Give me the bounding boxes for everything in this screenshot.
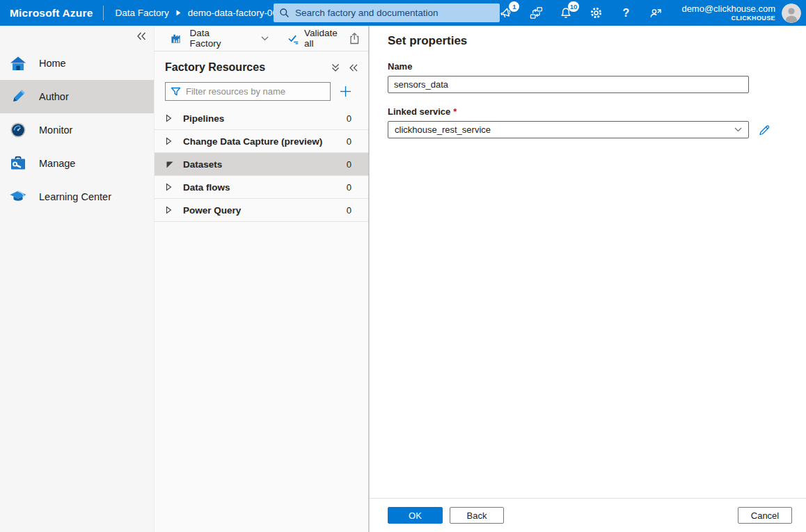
resources-tree: Pipelines 0 Change Data Capture (preview… [155, 107, 368, 222]
cancel-button[interactable]: Cancel [738, 507, 792, 524]
page-title: Set properties [388, 34, 806, 48]
linked-service-value: clickhouse_rest_service [395, 124, 734, 135]
required-asterisk: * [453, 106, 457, 117]
double-chevron-left-icon [136, 32, 146, 40]
dialog-footer: OK Back Cancel [370, 498, 806, 532]
topbar: Microsoft Azure Data Factory demo-data-f… [0, 0, 806, 26]
search-input[interactable] [295, 8, 494, 18]
breadcrumb: Data Factory demo-data-factory-00 [116, 8, 278, 18]
back-button[interactable]: Back [450, 507, 504, 524]
edit-pencil-icon [757, 123, 771, 137]
chevron-collapsed-icon[interactable] [166, 206, 174, 214]
tree-item-change-data-capture[interactable]: Change Data Capture (preview) 0 [155, 130, 368, 153]
tree-item-label: Power Query [183, 205, 347, 216]
factory-resources-panel: Data Factory Validate all Factory Resour… [155, 26, 369, 532]
dropdown-chevron-icon [734, 127, 742, 132]
sidebar-item-manage[interactable]: Manage [0, 147, 154, 180]
sidebar-item-label: Home [39, 58, 66, 69]
sidebar-item-label: Manage [39, 158, 75, 169]
help-button[interactable]: ? [618, 6, 633, 21]
ok-button[interactable]: OK [388, 507, 443, 524]
gear-icon [589, 6, 603, 20]
validate-all-button[interactable]: Validate all [287, 28, 348, 49]
account-info[interactable]: demo@clickhouse.com CLICKHOUSE [681, 3, 775, 23]
collapse-panel-button[interactable] [349, 64, 358, 72]
manage-toolbox-icon [9, 154, 27, 172]
filter-box [165, 82, 331, 101]
add-resource-button[interactable] [340, 86, 351, 97]
notifications-button[interactable]: 10 [558, 6, 574, 21]
search-icon [279, 8, 290, 18]
factory-icon [170, 31, 183, 45]
settings-button[interactable] [588, 6, 603, 21]
tree-item-datasets[interactable]: Datasets 0 [155, 153, 368, 176]
learning-cap-icon [9, 188, 27, 206]
linked-service-dropdown[interactable]: clickhouse_rest_service [388, 121, 749, 138]
chevron-collapsed-icon[interactable] [166, 114, 174, 122]
edit-linked-service-button[interactable] [757, 123, 771, 137]
feedback-button[interactable] [648, 6, 663, 21]
tree-item-count: 0 [347, 205, 351, 216]
sidebar-item-author[interactable]: Author [0, 80, 154, 113]
plus-icon [340, 86, 351, 97]
set-properties-panel: Set properties Name Linked service* clic… [369, 26, 806, 532]
tree-item-label: Datasets [183, 159, 347, 170]
tree-item-power-query[interactable]: Power Query 0 [155, 199, 368, 222]
left-nav: Home Author Monitor [0, 26, 155, 532]
sidebar-item-monitor[interactable]: Monitor [0, 113, 154, 147]
tree-item-label: Change Data Capture (preview) [183, 136, 347, 147]
filter-resources-input[interactable] [186, 86, 325, 97]
tree-item-count: 0 [347, 159, 351, 170]
breadcrumb-item[interactable]: demo-data-factory-00 [188, 8, 278, 18]
sidebar-item-label: Monitor [39, 124, 72, 136]
expand-all-icon [331, 63, 340, 72]
avatar[interactable] [782, 3, 801, 23]
announcements-button[interactable]: 1 [498, 6, 514, 21]
topbar-divider [103, 6, 104, 20]
collapse-left-nav-button[interactable] [136, 31, 148, 40]
tree-item-label: Data flows [183, 182, 347, 193]
help-icon: ? [623, 7, 630, 19]
feedback-icon [649, 6, 663, 20]
account-tenant: CLICKHOUSE [681, 15, 775, 22]
tree-item-count: 0 [347, 182, 351, 193]
filter-row [155, 82, 368, 101]
panel-title: Factory Resources [165, 61, 265, 74]
chevron-collapsed-icon[interactable] [166, 137, 174, 145]
search-box [274, 3, 500, 22]
panel-toolbar: Data Factory Validate all [155, 26, 368, 51]
notifications-badge: 10 [568, 1, 580, 12]
validate-check-icon [287, 32, 299, 45]
sidebar-item-home[interactable]: Home [0, 47, 154, 80]
tree-item-label: Pipelines [183, 113, 347, 124]
name-input[interactable] [388, 76, 749, 93]
name-label: Name [388, 61, 806, 72]
validate-all-label: Validate all [304, 28, 348, 49]
monitor-gauge-icon [9, 121, 27, 139]
sidebar-item-label: Author [39, 91, 69, 102]
linked-service-label: Linked service* [388, 106, 806, 117]
announcements-badge: 1 [509, 1, 519, 12]
breadcrumb-section[interactable]: Data Factory [116, 8, 169, 18]
account-email: demo@clickhouse.com [681, 3, 775, 15]
switch-context-icon [529, 6, 544, 20]
context-switcher[interactable]: Data Factory [189, 28, 242, 49]
tree-item-pipelines[interactable]: Pipelines 0 [155, 107, 368, 130]
nav-list: Home Author Monitor [0, 47, 154, 213]
breadcrumb-caret-icon [176, 10, 181, 16]
switch-context-button[interactable] [528, 6, 544, 21]
share-button[interactable] [348, 32, 361, 45]
azure-logo[interactable]: Microsoft Azure [0, 7, 93, 19]
share-icon [348, 32, 361, 45]
tree-item-count: 0 [347, 113, 351, 124]
sidebar-item-label: Learning Center [39, 191, 111, 202]
tree-item-data-flows[interactable]: Data flows 0 [155, 176, 368, 199]
avatar-icon [782, 3, 801, 23]
chevron-expanded-icon[interactable] [166, 160, 174, 169]
panel-title-row: Factory Resources [155, 61, 368, 74]
chevron-collapsed-icon[interactable] [166, 183, 174, 191]
expand-all-button[interactable] [331, 63, 340, 72]
context-chevron-down-icon[interactable] [261, 36, 269, 41]
tree-item-count: 0 [347, 136, 351, 147]
sidebar-item-learning-center[interactable]: Learning Center [0, 180, 154, 213]
